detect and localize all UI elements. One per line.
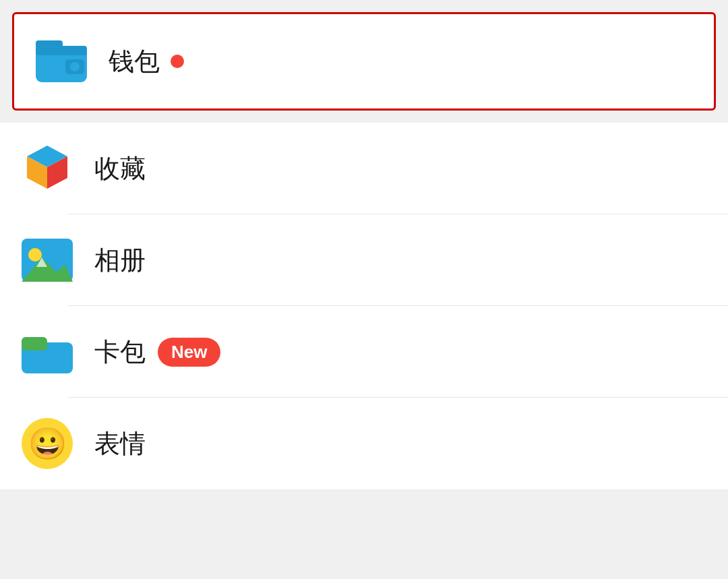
svg-point-9	[28, 248, 42, 262]
menu-section: 收藏 相册	[0, 123, 728, 489]
favorites-icon	[22, 143, 73, 194]
album-icon	[22, 239, 73, 282]
cardpack-icon-container	[20, 325, 74, 379]
wallet-icon	[36, 40, 87, 82]
emoji-item[interactable]: 😀 表情	[0, 398, 728, 489]
wallet-item[interactable]: 钱包	[34, 14, 694, 109]
svg-rect-4	[36, 40, 63, 49]
wallet-notification-dot	[171, 55, 184, 68]
emoji-icon: 😀	[22, 418, 73, 469]
favorites-label: 收藏	[94, 152, 146, 186]
emoji-label: 表情	[94, 427, 146, 461]
wallet-icon-container	[34, 34, 88, 88]
wallet-section[interactable]: 钱包	[12, 12, 716, 111]
album-label: 相册	[94, 243, 146, 278]
cardpack-icon	[22, 330, 73, 373]
new-badge: New	[158, 338, 220, 367]
cardpack-item[interactable]: 卡包 New	[0, 306, 728, 398]
svg-point-3	[70, 62, 80, 71]
cardpack-label: 卡包	[94, 335, 146, 369]
svg-rect-13	[22, 337, 47, 351]
favorites-item[interactable]: 收藏	[0, 123, 728, 214]
emoji-icon-container: 😀	[20, 417, 74, 470]
album-item[interactable]: 相册	[0, 214, 728, 306]
album-icon-container	[20, 233, 74, 287]
page-container: 钱包 收藏	[0, 0, 728, 579]
favorites-icon-container	[20, 142, 74, 195]
wallet-label: 钱包	[109, 44, 160, 79]
